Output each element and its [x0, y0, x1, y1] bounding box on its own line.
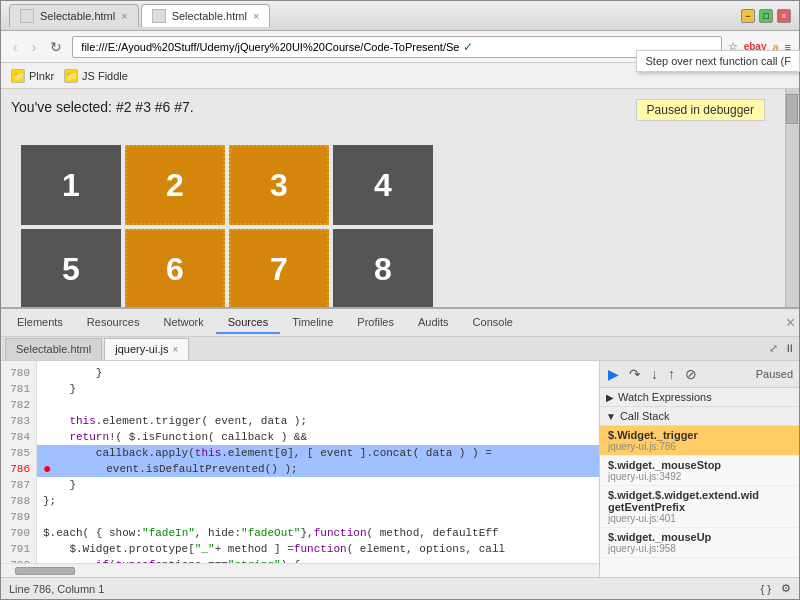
tab-sources[interactable]: Sources [216, 312, 280, 334]
cs-item-3[interactable]: $.widget.$.widget.extend.wid getEventPre… [600, 486, 799, 528]
code-line-784: return !( $.isFunction( callback ) && [37, 429, 599, 445]
grid-cell-6[interactable]: 6 [125, 229, 225, 307]
cs-item-loc-3: jquery-ui.js:401 [608, 513, 791, 524]
back-button[interactable]: ‹ [9, 37, 22, 57]
grid-cell-3[interactable]: 3 [229, 145, 329, 225]
paused-label: Paused [756, 368, 793, 380]
pause-icon[interactable]: ⏸ [784, 342, 795, 355]
bookmark-plnkr[interactable]: 📁 Plnkr [11, 69, 54, 83]
url-bar[interactable]: file:///E:/Ayoud%20Stuff/Udemy/jQuery%20… [72, 36, 721, 58]
call-stack-header[interactable]: ▼ Call Stack [600, 407, 799, 426]
step-out-button[interactable]: ↑ [666, 364, 677, 384]
call-stack-panel: ▶ ↷ ↓ ↑ ⊘ Paused Step over next function… [599, 361, 799, 577]
cs-item-loc-2: jquery-ui.js:3492 [608, 471, 791, 482]
line-num-787: 787 [1, 477, 36, 493]
tab-console[interactable]: Console [461, 312, 525, 334]
cs-item-name-2: $.widget._mouseStop [608, 459, 791, 471]
browser-tabs: Selectable.html × Selectable.html × [9, 4, 741, 27]
expand-icon[interactable]: ⤢ [769, 342, 778, 355]
status-right: { } ⚙ [761, 582, 791, 595]
cs-item-loc-4: jquery-ui.js:958 [608, 543, 791, 554]
tab-resources[interactable]: Resources [75, 312, 152, 334]
h-scrollbar-thumb[interactable] [15, 567, 75, 575]
devtools-panel: Elements Resources Network Sources Timel… [1, 307, 799, 577]
format-icon[interactable]: { } [761, 583, 771, 595]
cs-item-name-4: $.widget._mouseUp [608, 531, 791, 543]
minimize-button[interactable]: − [741, 9, 755, 23]
step-over-button[interactable]: ↷ [627, 364, 643, 384]
play-button[interactable]: ▶ [606, 364, 621, 384]
tab-profiles[interactable]: Profiles [345, 312, 406, 334]
grid-cell-8[interactable]: 8 [333, 229, 433, 307]
watch-header[interactable]: ▶ Watch Expressions [600, 388, 799, 407]
devtools-close[interactable]: × [786, 314, 795, 332]
cs-item-2[interactable]: $.widget._mouseStop jquery-ui.js:3492 [600, 456, 799, 486]
code-line-785: callback.apply( this.element[0], [ event… [37, 445, 599, 461]
browser-tab-1[interactable]: Selectable.html × [9, 4, 139, 27]
tab-elements[interactable]: Elements [5, 312, 75, 334]
source-panel: 780 781 782 783 784 785 786 787 788 789 … [1, 361, 599, 577]
file-tab-label-selectable: Selectable.html [16, 343, 91, 355]
file-tab-close-jquery-ui[interactable]: × [172, 344, 178, 355]
tab-timeline[interactable]: Timeline [280, 312, 345, 334]
browser-tab-2[interactable]: Selectable.html × [141, 4, 271, 27]
url-text: file:///E:/Ayoud%20Stuff/Udemy/jQuery%20… [81, 41, 459, 53]
code-line-791: $.Widget.prototype[ "_" + method ] = fun… [37, 541, 599, 557]
settings-icon[interactable]: ⚙ [781, 582, 791, 595]
watch-section: ▶ Watch Expressions [600, 388, 799, 407]
grid-cell-4[interactable]: 4 [333, 145, 433, 225]
tab-network[interactable]: Network [151, 312, 215, 334]
cs-item-1[interactable]: $.Widget._trigger jquery-ui.js:786 [600, 426, 799, 456]
line-num-785: 785 [1, 445, 36, 461]
line-num-781: 781 [1, 381, 36, 397]
tab-icon-2 [152, 9, 166, 23]
cs-item-name-1: $.Widget._trigger [608, 429, 791, 441]
code-line-783: this.element.trigger( event, data ); [37, 413, 599, 429]
call-stack-arrow: ▼ [606, 411, 616, 422]
line-num-780: 780 [1, 365, 36, 381]
deactivate-button[interactable]: ⊘ [683, 364, 699, 384]
status-bar: Line 786, Column 1 { } ⚙ [1, 577, 799, 599]
folder-icon-plnkr: 📁 [11, 69, 25, 83]
watch-label: Watch Expressions [618, 391, 712, 403]
call-stack-section: ▼ Call Stack $.Widget._trigger jquery-ui… [600, 407, 799, 558]
cs-item-name-3: $.widget.$.widget.extend.wid getEventPre… [608, 489, 791, 513]
page-content: You've selected: #2 #3 #6 #7. Paused in … [1, 89, 785, 307]
scrollbar-thumb[interactable] [786, 94, 798, 124]
browser-window: Selectable.html × Selectable.html × − □ … [0, 0, 800, 600]
forward-button[interactable]: › [28, 37, 41, 57]
line-num-783: 783 [1, 413, 36, 429]
file-tabs-bar: Selectable.html jquery-ui.js × ⤢ ⏸ [1, 337, 799, 361]
code-line-788: }; [37, 493, 599, 509]
maximize-button[interactable]: □ [759, 9, 773, 23]
grid-cell-1[interactable]: 1 [21, 145, 121, 225]
close-button[interactable]: × [777, 9, 791, 23]
step-into-button[interactable]: ↓ [649, 364, 660, 384]
bookmark-label-jsfiddle: JS Fiddle [82, 70, 128, 82]
file-tab-jquery-ui[interactable]: jquery-ui.js × [104, 338, 189, 360]
bookmark-label-plnkr: Plnkr [29, 70, 54, 82]
title-bar: Selectable.html × Selectable.html × − □ … [1, 1, 799, 31]
call-stack-label: Call Stack [620, 410, 670, 422]
tab-close-1[interactable]: × [121, 10, 127, 22]
file-tab-selectable[interactable]: Selectable.html [5, 338, 102, 360]
paused-badge: Paused in debugger [636, 99, 765, 121]
grid-cell-2[interactable]: 2 [125, 145, 225, 225]
reload-button[interactable]: ↻ [46, 37, 66, 57]
grid-cell-5[interactable]: 5 [21, 229, 121, 307]
line-num-782: 782 [1, 397, 36, 413]
tab-label-2: Selectable.html [172, 10, 247, 22]
code-line-787: } [37, 477, 599, 493]
debug-toolbar: ▶ ↷ ↓ ↑ ⊘ Paused [600, 361, 799, 388]
source-container: 780 781 782 783 784 785 786 787 788 789 … [1, 361, 799, 577]
bookmark-jsfiddle[interactable]: 📁 JS Fiddle [64, 69, 128, 83]
line-numbers: 780 781 782 783 784 785 786 787 788 789 … [1, 361, 37, 563]
tab-close-2[interactable]: × [253, 10, 259, 22]
grid-cell-7[interactable]: 7 [229, 229, 329, 307]
cs-item-4[interactable]: $.widget._mouseUp jquery-ui.js:958 [600, 528, 799, 558]
page-scrollbar[interactable] [785, 89, 799, 307]
horizontal-scrollbar[interactable] [1, 563, 599, 577]
tab-audits[interactable]: Audits [406, 312, 461, 334]
folder-icon-jsfiddle: 📁 [64, 69, 78, 83]
tab-label-1: Selectable.html [40, 10, 115, 22]
